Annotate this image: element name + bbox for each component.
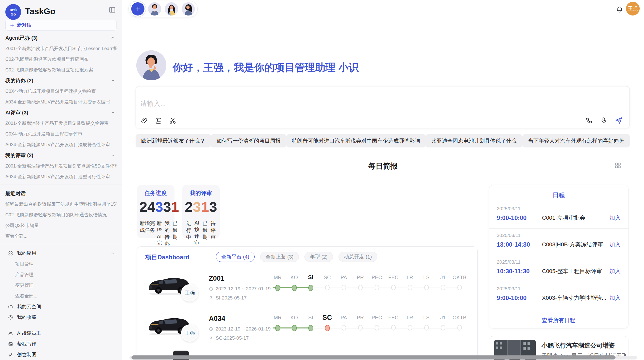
chat-input[interactable] <box>140 100 446 108</box>
suggestion-chip[interactable]: 比亚迪全固态电池计划具体说了什么 <box>426 134 522 147</box>
chevron-up-icon[interactable] <box>110 35 115 40</box>
notification-bell-icon[interactable] <box>616 6 623 14</box>
sidebar-section-header[interactable]: 我的待办 (2) <box>5 75 116 86</box>
recent-conversation-item[interactable]: C02-飞腾新能源轻客改款项目的闭环通告反馈情况 <box>5 209 116 220</box>
dashboard-tabs: 全新平台 (4) 全新上装 (3) 年型 (2) 动总开发 (1) <box>216 252 377 262</box>
sidebar-section-header[interactable]: AI评审 (3) <box>5 107 116 118</box>
milestone-dot[interactable] <box>375 285 379 290</box>
teammate-avatar-2[interactable] <box>165 2 178 16</box>
join-meeting-link[interactable]: 加入 <box>609 267 621 275</box>
sidebar-task-item[interactable]: A034-全新新能源MUV产品开发项目造型可行性评审 <box>5 171 116 182</box>
milestone-dot[interactable] <box>358 325 363 331</box>
milestone-dot[interactable] <box>408 325 412 331</box>
suggestion-chip[interactable]: 欧洲新规最近颁布了什么？ <box>136 134 211 147</box>
milestone-dot[interactable] <box>275 285 280 291</box>
milestone-dot[interactable] <box>308 325 313 331</box>
sidebar-task-item[interactable]: Z001-全新燃油轻卡产品开发项目SI造型提交物评审 <box>5 118 116 129</box>
chevron-up-icon[interactable] <box>110 78 115 83</box>
milestone-dot[interactable] <box>292 325 297 331</box>
voice-call-icon[interactable] <box>585 117 593 124</box>
milestone-dot[interactable] <box>457 285 462 290</box>
milestone-dot[interactable] <box>308 285 313 291</box>
stat-value: 3 <box>155 198 163 216</box>
suggestion-chip[interactable]: 当下年轻人对汽车外观有怎样的喜好趋势 <box>522 134 630 147</box>
milestone-dot[interactable] <box>391 285 396 290</box>
sidebar-item-help-me-write[interactable]: 帮我写作 <box>5 339 116 349</box>
milestone-dot[interactable] <box>424 325 429 331</box>
milestone-dot[interactable] <box>457 325 462 331</box>
milestone-dot[interactable] <box>292 285 297 291</box>
milestone-dot[interactable] <box>275 325 280 331</box>
recent-conversation-item[interactable]: 查看全部... <box>5 231 116 242</box>
sidebar-item-creative-drawing[interactable]: 创意制图 <box>5 349 116 360</box>
sidebar-item-ai-super-staff[interactable]: AI超级员工 <box>5 328 116 339</box>
app-logo[interactable]: Task Go <box>5 4 21 20</box>
teammate-avatar-3[interactable] <box>182 2 195 16</box>
sidebar-app-item[interactable]: 变更管理 <box>5 280 116 291</box>
sidebar-item-favorites[interactable]: 我的收藏 <box>5 312 116 323</box>
milestone-label: PEC <box>372 274 382 281</box>
chevron-up-icon[interactable] <box>110 110 115 115</box>
project-code[interactable]: A034 <box>209 315 271 323</box>
sidebar-task-item[interactable]: Z001-全新燃油轻卡产品开发项目SI节点属性5D文件评审 <box>5 161 116 171</box>
suggestion-chip[interactable]: 如何写一份清晰的项目周报 <box>211 134 286 147</box>
milestone-dot[interactable] <box>424 285 429 290</box>
sidebar-task-item[interactable]: Z001-全新燃油皮卡产品开发项目SI节点Lesson Learn报告 <box>5 43 116 54</box>
join-meeting-link[interactable]: 加入 <box>609 241 621 248</box>
view-all-schedule-link[interactable]: 查看所有日程 <box>489 312 628 324</box>
sidebar-task-item[interactable]: C0X4-动力总成开发项目SI里程碑提交物检查 <box>5 86 116 97</box>
milestone-dot[interactable] <box>441 285 445 290</box>
project-code[interactable]: Z001 <box>209 275 271 282</box>
milestone: PR <box>352 274 369 291</box>
sidebar-task-item[interactable]: A034-全新新能源MUV产品开发项目计划变更表编写 <box>5 97 116 107</box>
add-agent-button[interactable] <box>131 2 144 16</box>
sidebar-task-item[interactable]: A034-全新新能源MUV产品开发项目法规符合性评审 <box>5 139 116 150</box>
recent-conversation-item[interactable]: 公司Q3轻卡销量 <box>5 220 116 231</box>
layout-grid-icon[interactable] <box>614 162 621 169</box>
dashboard-tab[interactable]: 全新平台 (4) <box>216 252 255 262</box>
chevron-up-icon[interactable] <box>110 251 115 256</box>
sidebar-app-item[interactable]: 产品管理 <box>5 269 116 280</box>
sidebar-task-item[interactable]: C02-飞腾新能源轻客改款项目里程碑画布 <box>5 54 116 65</box>
join-meeting-link[interactable]: 加入 <box>609 214 621 222</box>
milestone-dot[interactable] <box>342 285 346 290</box>
suggestion-chip[interactable]: 特朗普可能对进口汽车增税会对中国车企造成哪些影响 <box>286 134 426 147</box>
new-chat-label: 新对话 <box>17 22 32 28</box>
recent-conversation-item[interactable]: 解释最新出台的欧盟报废车法规再生塑料比例被调至15%... <box>5 199 116 209</box>
suggestion-chips: 欧洲新规最近颁布了什么？ 如何写一份清晰的项目周报 特朗普可能对进口汽车增税会对… <box>136 134 630 147</box>
image-upload-icon[interactable] <box>155 117 162 125</box>
milestone-dot[interactable] <box>408 285 412 290</box>
sidebar-collapse-icon[interactable] <box>108 6 116 14</box>
sidebar-section-header[interactable]: Agent已办 (3) <box>5 33 116 43</box>
sidebar-app-item[interactable]: 查看全部... <box>5 291 116 301</box>
microphone-icon[interactable] <box>600 117 608 124</box>
milestone-dot[interactable] <box>441 325 445 331</box>
attachment-icon[interactable] <box>140 117 148 125</box>
scissors-icon[interactable] <box>169 117 177 125</box>
milestone-dot[interactable] <box>325 285 330 290</box>
join-meeting-link[interactable]: 加入 <box>609 294 621 302</box>
milestone: PA <box>335 314 352 331</box>
dashboard-tab[interactable]: 动总开发 (1) <box>339 252 377 262</box>
new-chat-button[interactable]: 新对话 <box>5 20 116 31</box>
sidebar-item-my-apps[interactable]: 我的应用 <box>5 248 116 259</box>
sidebar-task-item[interactable]: C02-飞腾新能源轻客改款项目立项汇报方案 <box>5 65 116 75</box>
sidebar-app-item[interactable]: 项目管理 <box>5 259 116 269</box>
user-avatar[interactable]: 王强 <box>626 2 640 16</box>
milestone-dot[interactable] <box>325 325 330 331</box>
milestone-dot[interactable] <box>358 285 363 290</box>
sidebar-section-header[interactable]: 我的评审 (2) <box>5 150 116 161</box>
milestone-dot[interactable] <box>375 325 379 331</box>
teammate-avatar-1[interactable] <box>148 2 161 16</box>
sidebar-item-cloud-space[interactable]: 我的云空间 <box>5 301 116 312</box>
milestone-dot[interactable] <box>342 325 346 331</box>
taskgo-app: Task Go TaskGo 新对话 Agent已办 (3) <box>0 0 644 360</box>
milestone-dot[interactable] <box>391 325 396 331</box>
chevron-up-icon[interactable] <box>110 153 115 158</box>
dashboard-tab[interactable]: 全新上装 (3) <box>260 252 299 262</box>
send-icon[interactable] <box>615 116 623 125</box>
creative-drawing-label: 创意制图 <box>17 349 36 360</box>
sidebar-task-item[interactable]: C0X4-动力总成开发项目工程变更评审 <box>5 129 116 139</box>
dashboard-tab[interactable]: 年型 (2) <box>304 252 333 262</box>
horizontal-scrollbar-thumb[interactable] <box>131 355 616 359</box>
